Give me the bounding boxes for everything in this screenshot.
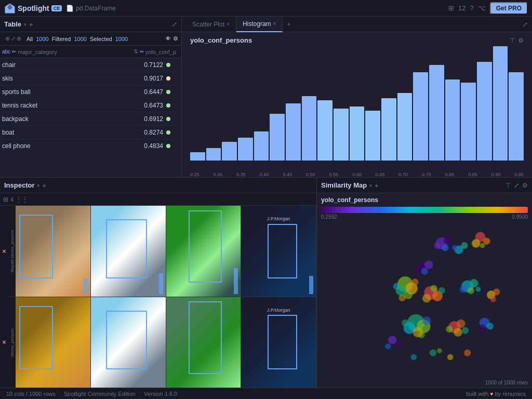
tab-scatter-close[interactable]: × — [227, 21, 230, 27]
icon-question-action[interactable]: ? — [470, 4, 473, 12]
grid-cell-r1c4[interactable]: J.P.Morgan — [241, 206, 316, 297]
col-sort-icon[interactable]: ⇅ — [134, 48, 138, 55]
histogram-bar[interactable] — [286, 103, 301, 161]
histogram-bar[interactable] — [445, 79, 460, 161]
col-conf-label: yolo_conf_p — [145, 49, 176, 55]
eye-icon[interactable]: 👁 — [165, 35, 171, 42]
tab-histogram[interactable]: Histogram × — [236, 17, 283, 32]
filtered-label: Filtered — [52, 36, 71, 42]
table-row[interactable]: skis 0.9017 — [0, 72, 181, 85]
selected-count: 1000 — [115, 36, 128, 42]
filepath-bar: 📄 pd.DataFrame — [66, 5, 116, 12]
table-add-button[interactable]: + — [29, 20, 33, 29]
tab-scatter-plot[interactable]: Scatter Plot × — [186, 17, 236, 32]
icon-grid-action[interactable]: ⊞ — [448, 4, 454, 12]
icon-numbers-action[interactable]: 12 — [458, 4, 466, 12]
svg-point-55 — [430, 350, 436, 356]
inspector-options-icon[interactable]: ⋮⋮ — [16, 196, 28, 203]
table-row[interactable]: boat 0.8274 — [0, 126, 181, 139]
histogram-bar[interactable] — [493, 46, 508, 161]
similarity-settings-icon[interactable]: ⚙ — [522, 182, 528, 189]
table-close-icon[interactable]: × — [23, 21, 26, 28]
histogram-bar[interactable] — [317, 100, 332, 161]
charts-expand-icon[interactable]: ⤢ — [523, 21, 528, 28]
svg-point-30 — [470, 279, 478, 288]
svg-point-46 — [454, 328, 462, 337]
column-headers: abc ✏ major_category ⇅ ✏ yolo_conf_p — [0, 46, 181, 58]
ce-badge: CE — [51, 5, 62, 11]
similarity-add-button[interactable]: + — [375, 181, 379, 190]
similarity-close-icon[interactable]: × — [369, 182, 372, 189]
all-label: All — [26, 36, 33, 42]
filter-icon: ⊕ — [5, 35, 10, 42]
similarity-scatter-map[interactable] — [317, 220, 532, 383]
table-row[interactable]: backpack 0.6912 — [0, 112, 181, 126]
grid-cell-r2c4[interactable]: J.P.Morgan — [241, 297, 316, 388]
svg-point-7 — [444, 236, 453, 245]
table-data-rows: chair 0.7122 skis 0.9017 sports ball 0.6… — [0, 58, 181, 177]
app-title: Spotlight — [18, 4, 49, 12]
inspector-close-icon[interactable]: × — [37, 182, 40, 189]
table-row[interactable]: cell phone 0.4834 — [0, 139, 181, 153]
similarity-filter-icon[interactable]: ⊤ — [506, 182, 511, 189]
row2-close-icon[interactable]: × — [2, 339, 6, 346]
tab-histogram-close[interactable]: × — [273, 21, 276, 26]
histogram-bar[interactable] — [190, 152, 205, 161]
table-row[interactable]: sports ball 0.6447 — [0, 85, 181, 99]
heart-icon: ♥ — [490, 391, 494, 397]
svg-point-51 — [479, 325, 486, 331]
histogram-bar[interactable] — [254, 131, 269, 161]
svg-point-3 — [483, 238, 490, 245]
right-top-panel: Scatter Plot × Histogram × + ⤢ yolo_conf… — [182, 17, 532, 177]
histogram-bar[interactable] — [429, 65, 444, 161]
similarity-row-count: 1000 of 1000 rows — [485, 380, 528, 385]
svg-point-26 — [422, 294, 431, 303]
svg-point-41 — [422, 316, 431, 325]
histogram-bar[interactable] — [302, 96, 317, 161]
settings-icon[interactable]: ⚙ — [173, 35, 178, 42]
filter-button[interactable]: ⊕ ⤢ ⊕ — [3, 34, 23, 43]
similarity-fullscreen-icon[interactable]: ⤢ — [514, 182, 519, 189]
histogram-bar[interactable] — [509, 72, 524, 161]
col-edit-conf-icon[interactable]: ✏ — [140, 49, 144, 55]
inspector-grid-icon[interactable]: ⊞ — [3, 196, 8, 203]
histogram-settings-icon[interactable]: ⚙ — [518, 37, 524, 44]
histogram-filter-icon[interactable]: ⊤ — [510, 37, 515, 44]
get-pro-button[interactable]: Get PRO — [490, 2, 528, 15]
grid-cell-r1c1[interactable] — [16, 206, 91, 297]
grid-cell-r2c3[interactable] — [166, 297, 242, 388]
row1-close-icon[interactable]: × — [2, 248, 6, 255]
filepath-text: pd.DataFrame — [76, 5, 116, 12]
inspector-toolbar: ⊞ 4 ⋮⋮ — [0, 193, 316, 206]
inspector-add-button[interactable]: + — [42, 181, 46, 190]
grid-cell-r1c3[interactable] — [166, 206, 242, 297]
histogram-title-bar: yolo_conf_persons ⊤ ⚙ — [190, 36, 524, 44]
histogram-bar[interactable] — [222, 142, 237, 161]
col-edit-major-icon[interactable]: ✏ — [12, 49, 16, 55]
table-row[interactable]: chair 0.7122 — [0, 58, 181, 72]
tab-add-button[interactable]: + — [283, 21, 295, 28]
histogram-bar[interactable] — [365, 111, 380, 161]
histogram-bar[interactable] — [334, 109, 349, 161]
svg-point-9 — [434, 242, 441, 249]
histogram-bar[interactable] — [381, 98, 396, 161]
table-toolbar: ⊕ ⤢ ⊕ All 1000 Filtered 1000 Selected 10… — [0, 32, 181, 46]
histogram-bar[interactable] — [270, 114, 285, 161]
svg-point-18 — [411, 278, 418, 285]
histogram-bar[interactable] — [350, 107, 365, 161]
svg-point-47 — [446, 326, 453, 332]
histogram-bar[interactable] — [461, 83, 476, 161]
grid-cell-r2c2[interactable] — [91, 297, 166, 388]
histogram-bar[interactable] — [238, 138, 253, 161]
filtered-count: 1000 — [74, 36, 86, 42]
histogram-bar[interactable] — [477, 62, 492, 161]
histogram-bar[interactable] — [206, 148, 221, 161]
histogram-bar[interactable] — [413, 72, 428, 161]
svg-point-31 — [468, 287, 474, 294]
grid-cell-r2c1[interactable] — [16, 297, 91, 388]
table-expand-icon[interactable]: ⤢ — [172, 21, 177, 28]
histogram-bar[interactable] — [397, 93, 413, 161]
grid-cell-r1c2[interactable] — [91, 206, 166, 297]
icon-github-action[interactable]: ⌥ — [478, 4, 486, 12]
table-row[interactable]: tennis racket 0.6473 — [0, 99, 181, 112]
